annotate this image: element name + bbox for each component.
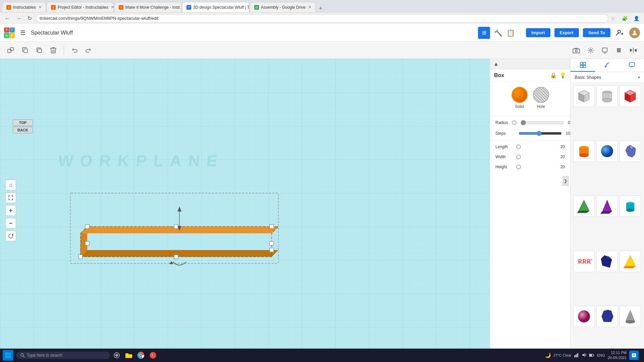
tab-bar: I Instructables ✕ I Project Editor - Ins… bbox=[0, 0, 644, 12]
copy-button[interactable] bbox=[19, 45, 32, 56]
taskbar-app-chrome[interactable] bbox=[136, 350, 146, 361]
shapes-dropdown-button[interactable]: ▾ bbox=[638, 75, 640, 80]
svg-rect-104 bbox=[577, 353, 578, 357]
delete-button[interactable] bbox=[47, 44, 60, 56]
create-group-button[interactable] bbox=[4, 44, 17, 56]
shape-item-grey-cone[interactable] bbox=[620, 306, 641, 327]
profile-button[interactable]: 👤 bbox=[632, 15, 641, 22]
app-topbar: T I N K ☰ Spectacular Wluff ⊞ 🔨 📋 Import… bbox=[0, 24, 644, 42]
grid-view-button[interactable]: ⊞ bbox=[478, 27, 490, 39]
height-radio[interactable] bbox=[516, 165, 521, 169]
align-button[interactable] bbox=[612, 45, 625, 56]
undo-button[interactable] bbox=[68, 45, 81, 56]
home-view-button[interactable]: ⌂ bbox=[5, 180, 16, 190]
taskbar-app-file-explorer[interactable] bbox=[123, 350, 134, 361]
svg-point-88 bbox=[626, 320, 635, 323]
shape-item-pink-sphere[interactable] bbox=[573, 306, 595, 327]
steps-slider[interactable] bbox=[519, 131, 562, 136]
user-avatar[interactable] bbox=[629, 27, 640, 38]
taskbar-app-cortana[interactable] bbox=[111, 350, 122, 361]
svg-rect-22 bbox=[618, 49, 620, 51]
tab-favicon-2: I bbox=[51, 5, 56, 10]
panel-collapse-arrow[interactable]: ❯ bbox=[562, 176, 569, 186]
language-label[interactable]: ENG bbox=[597, 353, 605, 357]
shape-item-blue-irregular[interactable] bbox=[620, 140, 641, 162]
radius-slider[interactable] bbox=[521, 120, 564, 125]
volume-icon[interactable] bbox=[582, 353, 586, 358]
time-display: 12:11 PM bbox=[608, 350, 627, 355]
prop-lock-button[interactable]: 🔒 bbox=[550, 72, 557, 78]
rotate-view-button[interactable] bbox=[5, 231, 16, 241]
svg-rect-46 bbox=[580, 62, 583, 65]
back-button[interactable]: ← bbox=[3, 15, 12, 22]
width-radio[interactable] bbox=[516, 155, 521, 159]
box-svg bbox=[67, 190, 288, 270]
import-button[interactable]: Import bbox=[526, 28, 550, 37]
camera-cube: TOP BACK bbox=[9, 119, 36, 146]
shape-item-teal-cylinder[interactable] bbox=[620, 195, 641, 217]
shape-item-red-box[interactable] bbox=[620, 85, 641, 107]
shapes-tab-ruler[interactable] bbox=[595, 59, 620, 72]
viewport[interactable]: WORKPLANE TOP BACK ⌂ + − bbox=[0, 59, 490, 362]
tab-instructables[interactable]: I Instructables ✕ bbox=[2, 2, 46, 12]
battery-icon[interactable] bbox=[589, 353, 594, 358]
radius-radio[interactable] bbox=[512, 120, 517, 125]
light-button[interactable] bbox=[584, 45, 597, 56]
tab-google-drive[interactable]: G Assembly - Google Drive ✕ bbox=[250, 2, 316, 12]
length-radio[interactable] bbox=[516, 144, 521, 149]
prop-collapse-button[interactable]: ▲ bbox=[493, 61, 499, 67]
forward-button[interactable]: → bbox=[14, 15, 23, 22]
add-user-button[interactable] bbox=[614, 27, 625, 38]
taskbar-app-notification[interactable]: ! bbox=[148, 350, 158, 361]
shape-item-purple-pyramid[interactable] bbox=[596, 195, 618, 217]
mirror-button[interactable] bbox=[627, 45, 640, 56]
export-button[interactable]: Export bbox=[554, 28, 579, 37]
3d-box-object[interactable] bbox=[67, 190, 282, 257]
shape-item-cylinder-grey[interactable] bbox=[596, 85, 618, 107]
camera-button[interactable] bbox=[570, 45, 583, 56]
solid-option[interactable]: Solid bbox=[512, 87, 528, 109]
zoom-in-button[interactable]: + bbox=[5, 205, 16, 216]
tab-project-editor[interactable]: I Project Editor - Instructables ✕ bbox=[47, 2, 114, 12]
start-button[interactable] bbox=[3, 350, 13, 361]
refresh-button[interactable]: ↻ bbox=[25, 14, 34, 22]
shape-item-orange-cylinder[interactable] bbox=[573, 140, 595, 162]
tab-tinkercad[interactable]: T 3D design Spectacular Wluff | Ti... ✕ bbox=[182, 2, 249, 12]
hole-option[interactable]: Hole bbox=[533, 87, 549, 109]
shapes-tab-chat[interactable] bbox=[620, 59, 644, 72]
taskbar-search[interactable]: Type here to search bbox=[16, 352, 110, 359]
tab-make-it-move[interactable]: I Make it Move Challenge - Instr... ✕ bbox=[114, 2, 181, 12]
shape-item-navy-prism[interactable] bbox=[596, 306, 618, 327]
shape-item-blue-sphere[interactable] bbox=[596, 140, 618, 162]
tab-close-5[interactable]: ✕ bbox=[308, 5, 311, 9]
shapes-tab-grid[interactable] bbox=[571, 59, 595, 72]
extensions-button[interactable]: 🧩 bbox=[620, 15, 630, 22]
shape-item-box[interactable] bbox=[573, 85, 595, 107]
prop-info-button[interactable]: 💡 bbox=[559, 72, 566, 78]
tab-close-1[interactable]: ✕ bbox=[39, 5, 42, 9]
address-input[interactable] bbox=[36, 14, 608, 22]
duplicate-button[interactable] bbox=[33, 45, 46, 56]
send-to-button[interactable]: Send To bbox=[583, 28, 610, 37]
shape-item-green-pyramid[interactable] bbox=[573, 195, 595, 217]
tab-close-2[interactable]: ✕ bbox=[111, 5, 114, 9]
taskbar-time[interactable]: 12:11 PM 20-09-2021 bbox=[608, 350, 627, 361]
redo-button[interactable] bbox=[82, 45, 95, 56]
tools-button[interactable]: 🔨 bbox=[494, 29, 502, 37]
moon-icon[interactable]: 🌙 bbox=[545, 353, 551, 358]
shape-item-dark-blue-prism[interactable] bbox=[596, 251, 618, 272]
shape-item-yellow-pyramid[interactable] bbox=[620, 251, 641, 272]
bookmark-button[interactable]: ☆ bbox=[610, 15, 615, 21]
hamburger-button[interactable]: ☰ bbox=[20, 29, 25, 37]
panel-arrow-icon: ❯ bbox=[564, 179, 567, 183]
app: T I N K ☰ Spectacular Wluff ⊞ 🔨 📋 Import… bbox=[0, 24, 644, 362]
new-tab-button[interactable]: + bbox=[316, 5, 325, 12]
zoom-out-button[interactable]: − bbox=[5, 218, 16, 229]
fit-view-button[interactable] bbox=[5, 192, 16, 203]
shape-item-red-text[interactable]: RRRY bbox=[573, 251, 595, 272]
annotation-button[interactable] bbox=[598, 45, 611, 56]
prop-collapse-header: ▲ bbox=[490, 59, 570, 69]
layers-button[interactable]: 📋 bbox=[506, 29, 515, 37]
network-icon[interactable] bbox=[574, 353, 579, 358]
notification-button[interactable] bbox=[629, 351, 639, 360]
